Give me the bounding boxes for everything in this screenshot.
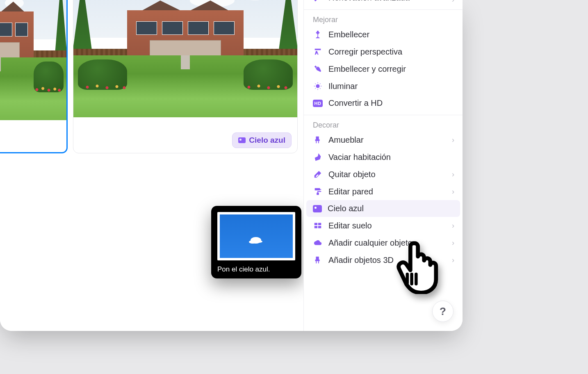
menu-label: Amueblar (328, 135, 364, 145)
divider (304, 9, 463, 10)
menu-item-amueblar[interactable]: Amueblar › (304, 131, 463, 148)
menu-item-embellecer[interactable]: Embellecer (304, 26, 463, 43)
menu-item-pared[interactable]: Editar pared › (304, 183, 463, 200)
menu-label: Embellecer y corregir (328, 64, 406, 74)
help-button[interactable]: ? (432, 301, 454, 322)
photo-icon (238, 137, 246, 143)
canvas-area: Cielo azul Pon el cielo azul. (0, 0, 303, 331)
menu-item-quitar[interactable]: Quitar objeto › (304, 166, 463, 183)
chair-icon (313, 135, 323, 145)
menu-item-hd[interactable]: HD Convertir a HD (304, 95, 463, 112)
chevron-right-icon: › (452, 256, 454, 265)
menu-label: Vaciar habitación (328, 153, 391, 162)
broom-icon (313, 152, 323, 162)
menu-item-cielo-azul[interactable]: Cielo azul (306, 200, 460, 217)
menu-item-anadir-3d[interactable]: Añadir objetos 3D › (304, 251, 463, 269)
menu-item-perspectiva[interactable]: Corregir perspectiva (304, 43, 463, 60)
menu-label: Añadir objetos 3D (328, 255, 394, 265)
applied-effect-badge: Cielo azul (232, 132, 292, 148)
house-garden-image (73, 0, 297, 117)
cloud-plus-icon (313, 238, 323, 248)
menu-label: Cielo azul (328, 204, 364, 213)
menu-item-anadir-objeto[interactable]: Añadir cualquier objeto › (304, 234, 463, 251)
tools-icon (313, 64, 323, 74)
chevron-right-icon: › (452, 187, 454, 196)
chair-icon (313, 255, 323, 265)
tools-panel: Renovación avanzada › Mejorar Embellecer… (303, 0, 463, 331)
section-label-decorar: Decorar (304, 117, 463, 131)
flower-icon (313, 30, 323, 39)
house-garden-image (0, 0, 66, 120)
sun-icon (313, 81, 323, 91)
menu-label: Iluminar (328, 82, 358, 91)
menu-label: Corregir perspectiva (328, 47, 402, 57)
blue-sky-preview-image (217, 212, 295, 260)
chevron-right-icon: › (452, 170, 454, 179)
badge-label: Cielo azul (249, 136, 285, 145)
menu-item-vaciar[interactable]: Vaciar habitación (304, 148, 463, 166)
menu-label: Renovación avanzada (328, 0, 410, 2)
menu-label: Editar pared (328, 187, 373, 196)
menu-label: Embellecer (328, 30, 369, 39)
menu-label: Añadir cualquier objeto (328, 238, 413, 248)
photo-icon (313, 205, 322, 212)
chevron-right-icon: › (452, 239, 454, 247)
menu-label: Editar suelo (328, 221, 372, 230)
app-window: Cielo azul Pon el cielo azul. Renovación… (0, 0, 463, 331)
menu-item-iluminar[interactable]: Iluminar (304, 78, 463, 95)
menu-item-renovacion[interactable]: Renovación avanzada › (304, 0, 463, 6)
wrench-icon (313, 0, 323, 2)
floor-tiles-icon (313, 221, 323, 230)
tooltip-text: Pon el cielo azul. (217, 265, 295, 274)
divider (304, 115, 463, 115)
image-thumbnail-selected[interactable] (0, 0, 68, 153)
menu-item-suelo[interactable]: Editar suelo › (304, 217, 463, 234)
chevron-right-icon: › (452, 136, 454, 144)
section-label-mejorar: Mejorar (304, 11, 463, 26)
paint-roller-icon (313, 187, 323, 196)
ruler-icon (313, 47, 323, 57)
help-label: ? (440, 305, 446, 318)
preview-tooltip: Pon el cielo azul. (211, 206, 301, 278)
image-result-card[interactable]: Cielo azul (73, 0, 298, 153)
menu-label: Convertir a HD (328, 98, 383, 108)
eraser-icon (313, 169, 323, 179)
chevron-right-icon: › (452, 221, 454, 230)
chevron-right-icon: › (452, 0, 454, 4)
menu-label: Quitar objeto (328, 170, 376, 179)
menu-item-embellecer-corregir[interactable]: Embellecer y corregir (304, 60, 463, 78)
hd-badge-icon: HD (313, 100, 323, 107)
